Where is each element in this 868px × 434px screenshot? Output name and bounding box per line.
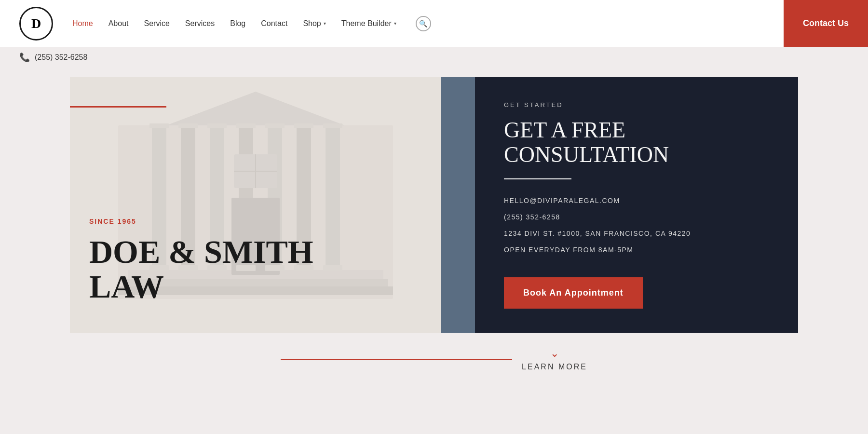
header-left: D Home About Service Services Blog Conta… <box>0 0 784 47</box>
book-appointment-button[interactable]: Book An Appointment <box>504 277 643 309</box>
nav-theme-builder-link[interactable]: Theme Builder <box>341 19 392 28</box>
nav-home[interactable]: Home <box>72 19 93 28</box>
consultation-title: GET A FREE CONSULTATION <box>504 118 769 167</box>
site-header: D Home About Service Services Blog Conta… <box>0 0 868 47</box>
main-content: SINCE 1965 DOE & SMITH LAW GET STARTED G… <box>0 77 868 333</box>
nav-services[interactable]: Services <box>185 19 215 28</box>
hero-left-panel: SINCE 1965 DOE & SMITH LAW <box>70 77 441 333</box>
shop-dropdown-arrow: ▾ <box>324 21 326 26</box>
site-logo[interactable]: D <box>19 7 53 41</box>
contact-us-button[interactable]: Contact Us <box>784 0 868 47</box>
nav-contact[interactable]: Contact <box>261 19 287 28</box>
nav-about[interactable]: About <box>108 19 129 28</box>
learn-more-section: ⌄ LEARN MORE <box>0 333 868 381</box>
search-button[interactable]: 🔍 <box>416 16 431 31</box>
learn-more-content[interactable]: ⌄ LEARN MORE <box>522 347 587 371</box>
firm-name: DOE & SMITH LAW <box>89 235 313 304</box>
chevron-down-icon: ⌄ <box>550 347 559 360</box>
contact-hours: OPEN EVERYDAY FROM 8AM-5PM <box>504 246 769 254</box>
nav-shop-link[interactable]: Shop <box>303 19 321 28</box>
nav-service[interactable]: Service <box>144 19 170 28</box>
main-nav: Home About Service Services Blog Contact… <box>72 16 431 31</box>
nav-theme-builder[interactable]: Theme Builder ▾ <box>341 19 396 28</box>
learn-more-label: LEARN MORE <box>522 363 587 371</box>
blue-sidebar-strip <box>441 77 475 333</box>
learn-more-red-line <box>281 359 512 360</box>
since-label: SINCE 1965 <box>89 217 313 225</box>
phone-icon: 📞 <box>19 52 30 63</box>
consultation-divider <box>504 178 571 179</box>
hero-red-line <box>70 106 166 108</box>
get-started-label: GET STARTED <box>504 101 769 108</box>
theme-builder-dropdown-arrow: ▾ <box>394 21 396 26</box>
consultation-panel: GET STARTED GET A FREE CONSULTATION HELL… <box>475 77 798 333</box>
header-phone-number: (255) 352-6258 <box>35 53 87 62</box>
phone-bar: 📞 (255) 352-6258 <box>0 47 868 68</box>
contact-email: HELLO@DIVIPARALEGAL.COM <box>504 197 769 204</box>
contact-phone: (255) 352-6258 <box>504 213 769 221</box>
contact-info: HELLO@DIVIPARALEGAL.COM (255) 352-6258 1… <box>504 197 769 254</box>
search-icon: 🔍 <box>419 20 427 27</box>
nav-shop[interactable]: Shop ▾ <box>303 19 326 28</box>
hero-right-panel: GET STARTED GET A FREE CONSULTATION HELL… <box>441 77 798 333</box>
nav-blog[interactable]: Blog <box>230 19 245 28</box>
contact-address: 1234 DIVI ST. #1000, SAN FRANCISCO, CA 9… <box>504 230 769 237</box>
hero-text-overlay: SINCE 1965 DOE & SMITH LAW <box>89 217 313 304</box>
